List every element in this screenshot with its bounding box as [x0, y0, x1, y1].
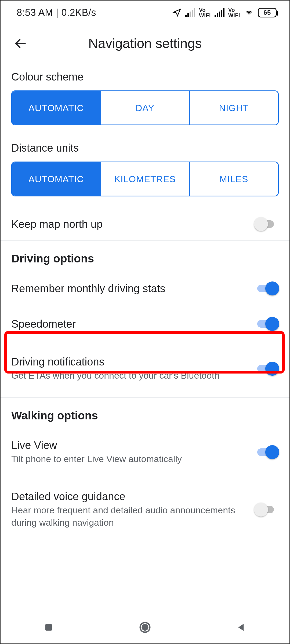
- driving-notifications-sub: Get ETAs when you connect to your car's …: [11, 369, 244, 382]
- live-view-sub: Tilt phone to enter Live View automatica…: [11, 453, 244, 465]
- driving-notifications-row[interactable]: Driving notifications Get ETAs when you …: [1, 343, 289, 392]
- page-title: Navigation settings: [1, 36, 289, 51]
- status-right: VoWiFi VoWiFi 65: [172, 7, 277, 18]
- keep-north-row[interactable]: Keep map north up: [1, 208, 289, 240]
- vowifi-1-icon: VoWiFi: [199, 7, 211, 18]
- speedometer-switch[interactable]: [255, 318, 279, 330]
- driving-notifications-switch[interactable]: [255, 363, 279, 375]
- back-button[interactable]: [7, 30, 34, 57]
- speedometer-row[interactable]: Speedometer: [1, 305, 289, 343]
- nav-back-button[interactable]: [225, 617, 258, 638]
- circle-icon: [139, 621, 151, 634]
- live-view-title: Live View: [11, 439, 244, 451]
- wifi-icon: [244, 9, 254, 17]
- driving-options-header: Driving options: [1, 241, 289, 267]
- walking-options-header: Walking options: [1, 398, 289, 424]
- driving-notifications-title: Driving notifications: [11, 356, 244, 368]
- remember-stats-row[interactable]: Remember monthly driving stats: [1, 267, 289, 305]
- triangle-back-icon: [236, 622, 247, 633]
- status-bar: 8:53 AM | 0.2KB/s VoWiFi VoWiFi 65: [1, 1, 289, 25]
- distance-miles[interactable]: MILES: [189, 162, 278, 196]
- system-nav-bar: [1, 611, 289, 643]
- battery-icon: 65: [258, 8, 277, 17]
- distance-units-label: Distance units: [11, 142, 279, 154]
- keep-north-switch[interactable]: [255, 218, 279, 230]
- location-icon: [172, 8, 182, 17]
- remember-stats-title: Remember monthly driving stats: [11, 283, 244, 295]
- colour-scheme-label: Colour scheme: [11, 71, 279, 83]
- distance-units-segmented: AUTOMATIC KILOMETRES MILES: [11, 162, 279, 196]
- svg-point-3: [142, 625, 148, 630]
- distance-automatic[interactable]: AUTOMATIC: [12, 162, 100, 196]
- colour-scheme-segmented: AUTOMATIC DAY NIGHT: [11, 90, 279, 125]
- voice-guidance-row[interactable]: Detailed voice guidance Hear more freque…: [1, 475, 289, 539]
- status-left: 8:53 AM | 0.2KB/s: [17, 7, 96, 18]
- remember-stats-switch[interactable]: [255, 282, 279, 295]
- nav-home-button[interactable]: [129, 617, 161, 638]
- signal-sim1-icon: [185, 8, 195, 17]
- voice-guidance-sub: Hear more frequent and detailed audio an…: [11, 504, 244, 529]
- colour-scheme-automatic[interactable]: AUTOMATIC: [12, 91, 100, 125]
- live-view-row[interactable]: Live View Tilt phone to enter Live View …: [1, 424, 289, 475]
- speedometer-title: Speedometer: [11, 318, 244, 330]
- app-bar: Navigation settings: [1, 25, 289, 62]
- colour-scheme-night[interactable]: NIGHT: [189, 91, 278, 125]
- voice-guidance-title: Detailed voice guidance: [11, 491, 244, 503]
- svg-rect-1: [45, 624, 52, 631]
- square-icon: [44, 623, 53, 632]
- voice-guidance-switch[interactable]: [255, 503, 279, 516]
- nav-recent-button[interactable]: [32, 617, 65, 638]
- keep-north-title: Keep map north up: [11, 218, 244, 230]
- distance-kilometres[interactable]: KILOMETRES: [100, 162, 189, 196]
- colour-scheme-day[interactable]: DAY: [100, 91, 189, 125]
- live-view-switch[interactable]: [255, 446, 279, 458]
- arrow-back-icon: [13, 36, 27, 50]
- status-net-speed: 0.2KB/s: [61, 7, 96, 18]
- signal-sim2-icon: [215, 8, 224, 17]
- status-time: 8:53 AM: [17, 7, 53, 18]
- vowifi-2-icon: VoWiFi: [228, 7, 240, 18]
